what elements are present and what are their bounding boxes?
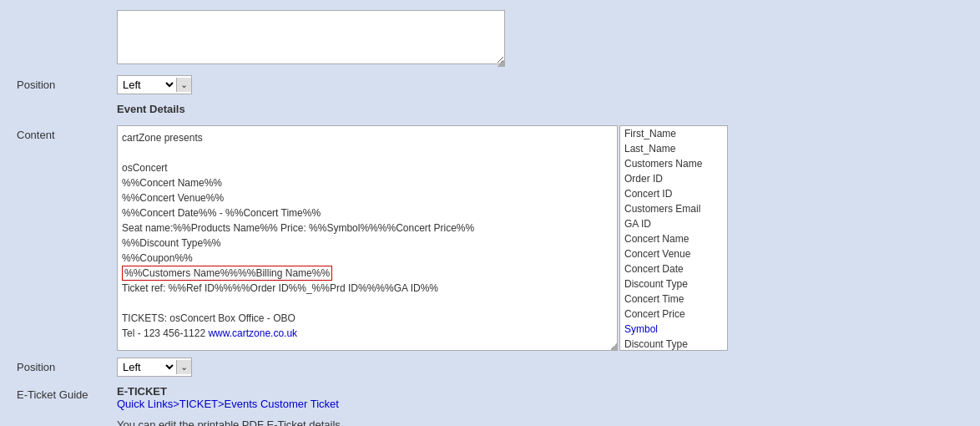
sidebar-item-concert-time[interactable]: Concert Time xyxy=(620,292,727,307)
sidebar-item-last-name[interactable]: Last_Name xyxy=(620,141,727,156)
highlighted-text: %%Customers Name%%%%Billing Name%% xyxy=(122,266,332,281)
sidebar-item-concert-name[interactable]: Concert Name xyxy=(620,231,727,246)
content-line-8: %%Coupon%% xyxy=(122,251,613,266)
content-line-12: Tel - 123 456-1122 www.cartzone.co.uk xyxy=(122,326,613,341)
cartzone-link[interactable]: www.cartzone.co.uk xyxy=(208,327,297,339)
sidebar-item-customers-email[interactable]: Customers Email xyxy=(620,201,727,216)
position-bottom-label: Position xyxy=(17,358,117,373)
eticket-note: You can edit the printable PDF E-Ticket … xyxy=(117,418,341,426)
content-line-4: %%Concert Venue%% xyxy=(122,190,613,205)
sidebar-item-discount-type-1[interactable]: Discount Type xyxy=(620,276,727,292)
empty-label xyxy=(17,10,117,13)
sidebar-item-order-id[interactable]: Order ID xyxy=(620,171,727,186)
position-top-select-arrow[interactable]: ⌄ xyxy=(176,78,191,92)
sidebar-item-ga-id[interactable]: GA ID xyxy=(620,216,727,231)
content-line-2: osConcert xyxy=(122,160,613,175)
content-line-6: Seat name:%%Products Name%% Price: %%Sym… xyxy=(122,221,613,236)
position-bottom-select[interactable]: Left Right Center xyxy=(118,358,176,376)
content-line-5: %%Concert Date%% - %%Concert Time%% xyxy=(122,205,613,221)
position-top-label: Position xyxy=(17,75,117,91)
eticket-bold-text: E-TICKET xyxy=(117,385,339,398)
sidebar-item-customers-name[interactable]: Customers Name xyxy=(620,156,727,171)
content-line-10: Ticket ref: %%Ref ID%%%%Order ID%%_%%Prd… xyxy=(122,281,613,296)
resize-handle-top xyxy=(497,58,505,67)
sidebar-item-discount-type-2[interactable]: Discount Type xyxy=(620,337,727,351)
content-line-1: cartZone presents xyxy=(122,130,613,145)
content-area-wrapper: cartZone presents osConcert %%Concert Na… xyxy=(117,125,728,351)
eticket-link[interactable]: Quick Links>TICKET>Events Customer Ticke… xyxy=(117,398,339,410)
eticket-guide-label: E-Ticket Guide xyxy=(17,385,117,401)
sidebar-item-concert-date[interactable]: Concert Date xyxy=(620,261,727,276)
content-line-9: %%Customers Name%%%%Billing Name%% xyxy=(122,266,613,281)
position-bottom-select-wrapper: Left Right Center ⌄ xyxy=(117,358,192,377)
content-label: Content xyxy=(17,125,117,141)
event-details-title: Event Details xyxy=(117,103,185,115)
resize-handle-content xyxy=(609,342,618,351)
position-top-select-wrapper: Left Right Center ⌄ xyxy=(117,75,192,94)
eticket-bold-span: E-TICKET xyxy=(117,385,167,398)
event-details-spacer xyxy=(17,103,117,106)
sidebar-item-symbol[interactable]: Symbol xyxy=(620,322,727,337)
content-textarea[interactable]: cartZone presents osConcert %%Concert Na… xyxy=(117,125,618,351)
position-bottom-select-arrow[interactable]: ⌄ xyxy=(176,360,191,374)
position-top-select[interactable]: Left Right Center xyxy=(118,76,176,94)
eticket-guide-value: E-TICKET Quick Links>TICKET>Events Custo… xyxy=(117,385,339,410)
sidebar-item-concert-id[interactable]: Concert ID xyxy=(620,186,727,201)
sidebar-item-concert-price[interactable]: Concert Price xyxy=(620,307,727,322)
note-spacer xyxy=(17,418,117,422)
content-textarea-container: cartZone presents osConcert %%Concert Na… xyxy=(117,125,618,351)
content-line-11: TICKETS: osConcert Box Office - OBO xyxy=(122,311,613,326)
eticket-link-container: Quick Links>TICKET>Events Customer Ticke… xyxy=(117,398,339,410)
content-line-3: %%Concert Name%% xyxy=(122,175,613,190)
sidebar-variables-list[interactable]: First_Name Last_Name Customers Name Orde… xyxy=(619,125,728,351)
top-textarea[interactable] xyxy=(117,10,505,64)
sidebar-item-concert-venue[interactable]: Concert Venue xyxy=(620,246,727,261)
content-line-7: %%Discount Type%% xyxy=(122,236,613,251)
sidebar-item-first-name[interactable]: First_Name xyxy=(620,126,727,141)
top-textarea-container xyxy=(117,10,505,67)
